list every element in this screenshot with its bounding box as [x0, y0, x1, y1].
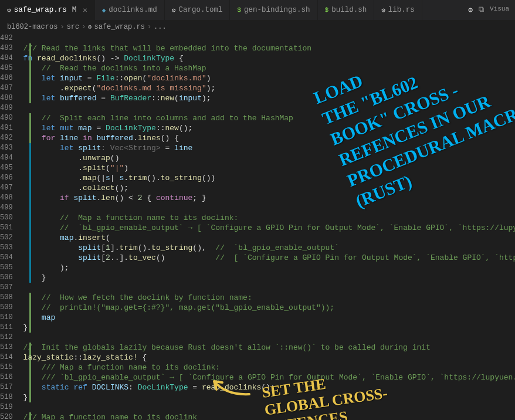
line-number: 519: [0, 402, 13, 412]
line-number: 490: [0, 113, 13, 123]
tab-label: Cargo.toml: [178, 6, 222, 14]
compare-icon[interactable]: ⧉: [479, 5, 484, 15]
code-area[interactable]: /// Read the links that will be embedded…: [19, 33, 515, 420]
code-line[interactable]: let input = File::open("doclinks.md"): [23, 73, 515, 83]
code-line[interactable]: map.insert(: [23, 233, 515, 243]
code-line[interactable]: /// Map a function name to its doclink:: [23, 363, 515, 372]
line-number: 514: [0, 353, 13, 363]
line-number: 487: [0, 83, 13, 93]
line-number: 508: [0, 293, 13, 303]
tab-label: build.sh: [331, 6, 367, 14]
line-number: 511: [0, 323, 13, 333]
tab-safe-wrap[interactable]: ⚙ safe_wrap.rs M ✕: [0, 0, 95, 20]
code-line[interactable]: split[1].trim().to_string(), // `bl_gpio…: [23, 243, 515, 253]
code-line[interactable]: }: [23, 273, 515, 283]
breadcrumb-seg[interactable]: src: [67, 23, 80, 31]
code-line[interactable]: /// Map a function name to its doclink: [23, 412, 515, 420]
code-line[interactable]: /// Read the links that will be embedded…: [23, 43, 515, 53]
line-number: 504: [0, 253, 13, 263]
shell-file-icon: $: [325, 6, 329, 13]
line-number: 501: [0, 223, 13, 233]
line-number: 500: [0, 213, 13, 223]
breadcrumb-seg[interactable]: ...: [154, 23, 167, 31]
tab-gen-bindings[interactable]: $ gen-bindings.sh: [230, 0, 317, 20]
code-line[interactable]: // Split each line into columns and add …: [23, 113, 515, 123]
line-number: 492: [0, 133, 13, 143]
tab-doclinks[interactable]: ◆ doclinks.md: [95, 0, 165, 20]
code-line[interactable]: split[2..].to_vec() // [ `Configure a GP…: [23, 253, 515, 263]
line-number: 488: [0, 93, 13, 103]
code-line[interactable]: [23, 283, 515, 293]
code-line[interactable]: [23, 402, 515, 412]
line-number: 493: [0, 143, 13, 153]
line-number: 485: [0, 63, 13, 73]
code-line[interactable]: static ref DOCLINKS: DocLinkType = read_…: [23, 382, 515, 392]
tab-label: gen-bindings.sh: [244, 6, 310, 14]
code-line[interactable]: }: [23, 323, 515, 333]
code-line[interactable]: let mut map = DocLinkType::new();: [23, 123, 515, 133]
code-line[interactable]: [23, 203, 515, 213]
close-icon[interactable]: ✕: [83, 5, 87, 15]
code-line[interactable]: [23, 33, 515, 43]
run-hint: Visua: [490, 5, 509, 15]
rust-file-icon: ⚙: [172, 6, 176, 14]
line-number: 507: [0, 283, 13, 293]
line-number: 518: [0, 392, 13, 402]
chevron-right-icon: ›: [60, 23, 64, 31]
code-line[interactable]: let buffered = BufReader::new(input);: [23, 93, 515, 103]
line-number: 498: [0, 193, 13, 203]
line-number: 513: [0, 343, 13, 353]
tab-cargo[interactable]: ⚙ Cargo.toml: [165, 0, 231, 20]
code-line[interactable]: if split.len() < 2 { continue; }: [23, 193, 515, 203]
code-line[interactable]: .collect();: [23, 183, 515, 193]
line-number: 520: [0, 412, 13, 420]
line-number: 512: [0, 333, 13, 343]
code-line[interactable]: // Init the globals lazily because Rust …: [23, 343, 515, 353]
tab-dirty-indicator: M: [72, 6, 77, 14]
tab-bar-actions: ⚙ ⧉ Visua: [462, 5, 515, 15]
line-number: 515: [0, 363, 13, 372]
line-number: 484: [0, 53, 13, 63]
code-line[interactable]: // println!("map.get={:#?}", map.get("bl…: [23, 303, 515, 313]
line-number: 489: [0, 103, 13, 113]
line-number: 505: [0, 263, 13, 273]
code-line[interactable]: );: [23, 263, 515, 273]
rust-mode-icon[interactable]: ⚙: [468, 5, 473, 15]
code-line[interactable]: // Map a function name to its doclink:: [23, 213, 515, 223]
code-line[interactable]: // `bl_gpio_enable_output` → [ `Configur…: [23, 223, 515, 233]
chevron-right-icon: ›: [82, 23, 86, 31]
editor: 4824834844854864874884894904914924934944…: [0, 33, 515, 420]
code-line[interactable]: /// `bl_gpio_enable_output` → [ `Configu…: [23, 372, 515, 382]
breadcrumb-seg[interactable]: safe_wrap.rs: [94, 23, 144, 31]
code-line[interactable]: fn read_doclinks() -> DocLinkType {: [23, 53, 515, 63]
line-number: 509: [0, 303, 13, 313]
breadcrumb[interactable]: bl602-macros › src › ⚙ safe_wrap.rs › ..…: [0, 21, 515, 33]
code-line[interactable]: }: [23, 392, 515, 402]
code-line[interactable]: .split("|"): [23, 163, 515, 173]
line-number: 495: [0, 163, 13, 173]
code-line[interactable]: map: [23, 313, 515, 323]
tab-lib[interactable]: ⚙ lib.rs: [374, 0, 422, 20]
breadcrumb-seg[interactable]: bl602-macros: [7, 23, 57, 31]
rust-file-icon: ⚙: [381, 6, 385, 14]
code-line[interactable]: .map(|s| s.trim().to_string()): [23, 173, 515, 183]
code-line[interactable]: lazy_static::lazy_static! {: [23, 353, 515, 363]
line-number: 517: [0, 382, 13, 392]
line-number: 502: [0, 233, 13, 243]
code-line[interactable]: // Read the doclinks into a HashMap: [23, 63, 515, 73]
line-number: 483: [0, 43, 13, 53]
code-line[interactable]: [23, 333, 515, 343]
code-line[interactable]: for line in buffered.lines() {: [23, 133, 515, 143]
line-number: 486: [0, 73, 13, 83]
rust-file-icon: ⚙: [88, 23, 92, 31]
line-number: 516: [0, 372, 13, 382]
line-number: 506: [0, 273, 13, 283]
code-line[interactable]: .expect("doclinks.md is missing");: [23, 83, 515, 93]
code-line[interactable]: .unwrap(): [23, 153, 515, 163]
tab-label: lib.rs: [388, 6, 415, 14]
tab-build[interactable]: $ build.sh: [318, 0, 375, 20]
code-line[interactable]: // How we fetch the doclink by function …: [23, 293, 515, 303]
line-number: 494: [0, 153, 13, 163]
code-line[interactable]: [23, 103, 515, 113]
code-line[interactable]: let split: Vec<String> = line: [23, 143, 515, 153]
